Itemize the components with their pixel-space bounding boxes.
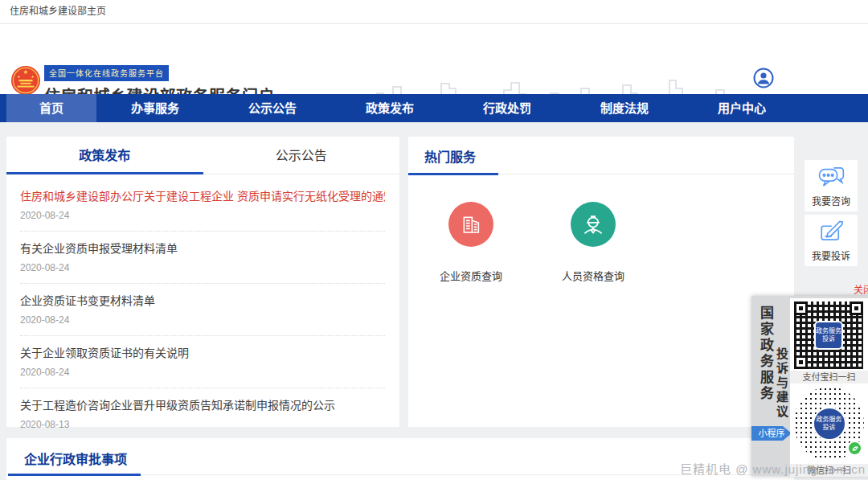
user-avatar-icon — [753, 68, 774, 88]
svg-text:★: ★ — [31, 75, 34, 79]
hot-services-underline — [408, 173, 498, 175]
qr-overlay-close[interactable]: 关闭 — [854, 282, 868, 296]
consult-label: 我要咨询 — [805, 194, 858, 207]
chat-bubbles-icon — [817, 165, 845, 189]
svg-text:★: ★ — [17, 75, 20, 79]
mini-program-tag: 小程序 — [751, 426, 792, 441]
qr-center-badge: 政务服务投诉 — [813, 407, 846, 441]
qr-finder — [794, 355, 808, 369]
news-item[interactable]: 企业资质证书变更材料清单 2020-08-24 — [20, 284, 385, 336]
news-item[interactable]: 关于工程造价咨询企业晋升甲级资质告知承诺制申报情况的公示 2020-08-13 — [20, 388, 385, 440]
wechat-icon — [847, 441, 862, 456]
alipay-qr-code: 政务服务投诉 — [794, 302, 863, 369]
news-date: 2020-08-13 — [20, 419, 385, 430]
news-date: 2020-08-24 — [20, 367, 385, 378]
news-date: 2020-08-24 — [20, 210, 385, 221]
gov-complaint-qr-overlay: 国家政务服务 投诉与建议 小程序 政务服务投诉 支付宝扫一扫 政务服务投诉 — [751, 296, 868, 476]
news-title[interactable]: 关于工程造价咨询企业晋升甲级资质告知承诺制申报情况的公示 — [20, 399, 385, 412]
site-header: ★ ★ ★ 全国一体化在线政务服务平台 住房和城乡建设部政务服务门户 — [0, 24, 868, 94]
news-title[interactable]: 有关企业资质申报受理材料清单 — [20, 242, 385, 255]
news-tabs: 政策发布 公示公告 — [6, 137, 399, 174]
complaint-label: 我要投诉 — [805, 248, 858, 262]
platform-badge: 全国一体化在线政务服务平台 — [44, 65, 169, 81]
hot-services-panel: 热门服务 企业资质查询 — [408, 137, 794, 427]
news-item[interactable]: 关于企业领取资质证书的有关说明 2020-08-24 — [20, 336, 385, 388]
qr-card: 政务服务投诉 支付宝扫一扫 政务服务投诉 微信扫一扫 — [790, 298, 868, 476]
svg-text:★: ★ — [23, 68, 29, 76]
tab-policy-release[interactable]: 政策发布 — [6, 137, 203, 174]
worker-icon — [571, 202, 616, 247]
wechat-mini-program-code: 政务服务投诉 — [794, 387, 864, 461]
service-label: 企业资质查询 — [419, 268, 523, 283]
hot-services-header: 热门服务 — [408, 137, 794, 174]
write-complaint-icon — [818, 219, 844, 244]
news-title[interactable]: 企业资质证书变更材料清单 — [20, 294, 385, 307]
qr-finder — [850, 302, 863, 315]
national-emblem-icon: ★ ★ ★ — [10, 64, 41, 96]
nav-item-policy[interactable]: 政策发布 — [331, 94, 448, 122]
complaint-widget[interactable]: 我要投诉 — [805, 215, 858, 266]
main-nav: 首页 办事服务 公示公告 政策发布 行政处罚 制度法规 用户中心 — [0, 94, 868, 122]
watermark: 巨精机电 @ www.jujing.com.cn — [680, 460, 866, 477]
news-item[interactable]: 有关企业资质申报受理材料清单 2020-08-24 — [20, 232, 385, 284]
nav-item-penalties[interactable]: 行政处罚 — [448, 94, 566, 122]
qr-center-badge: 政务服务投诉 — [814, 321, 843, 350]
nav-item-user-center[interactable]: 用户中心 — [683, 94, 800, 122]
service-label: 人员资格查询 — [541, 268, 645, 283]
qr-overlay-subtitle: 投诉与建议 — [773, 347, 790, 420]
tab-public-announcements[interactable]: 公示公告 — [203, 137, 400, 174]
news-date: 2020-08-24 — [20, 314, 385, 326]
consult-widget[interactable]: 我要咨询 — [805, 160, 858, 211]
nav-item-home[interactable]: 首页 — [6, 94, 96, 122]
qr-finder — [794, 302, 808, 315]
hot-services-title: 热门服务 — [424, 146, 476, 166]
alipay-scan-caption: 支付宝扫一扫 — [790, 371, 868, 384]
approval-section-title: 企业行政审批事项 — [24, 449, 127, 468]
service-enterprise-qualification[interactable]: 企业资质查询 — [419, 202, 523, 283]
news-date: 2020-08-24 — [20, 262, 385, 273]
news-title[interactable]: 关于企业领取资质证书的有关说明 — [20, 347, 385, 359]
top-utility-bar: 住房和城乡建设部主页 — [0, 0, 868, 24]
service-personnel-qualification[interactable]: 人员资格查询 — [541, 202, 645, 283]
news-title[interactable]: 住房和城乡建设部办公厅关于建设工程企业 资质申请实行无纸化受理的通知 — [20, 190, 385, 203]
news-list: 住房和城乡建设部办公厅关于建设工程企业 资质申请实行无纸化受理的通知 2020-… — [6, 174, 399, 440]
portal-homepage: 住房和城乡建设部主页 ★ ★ ★ 全国一体化在线政务服务平台 住房和城乡建设部政… — [0, 0, 868, 480]
nav-item-regulations[interactable]: 制度法规 — [566, 94, 683, 122]
news-item[interactable]: 住房和城乡建设部办公厅关于建设工程企业 资质申请实行无纸化受理的通知 2020-… — [20, 179, 385, 232]
news-panel: 政策发布 公示公告 住房和城乡建设部办公厅关于建设工程企业 资质申请实行无纸化受… — [6, 137, 399, 427]
approval-underline — [8, 474, 141, 476]
approval-section-panel: 企业行政审批事项 — [6, 438, 794, 480]
ministry-home-link[interactable]: 住房和城乡建设部主页 — [10, 0, 106, 23]
building-icon — [448, 202, 493, 247]
nav-item-announcements[interactable]: 公示公告 — [214, 94, 331, 122]
nav-item-services[interactable]: 办事服务 — [96, 94, 214, 122]
